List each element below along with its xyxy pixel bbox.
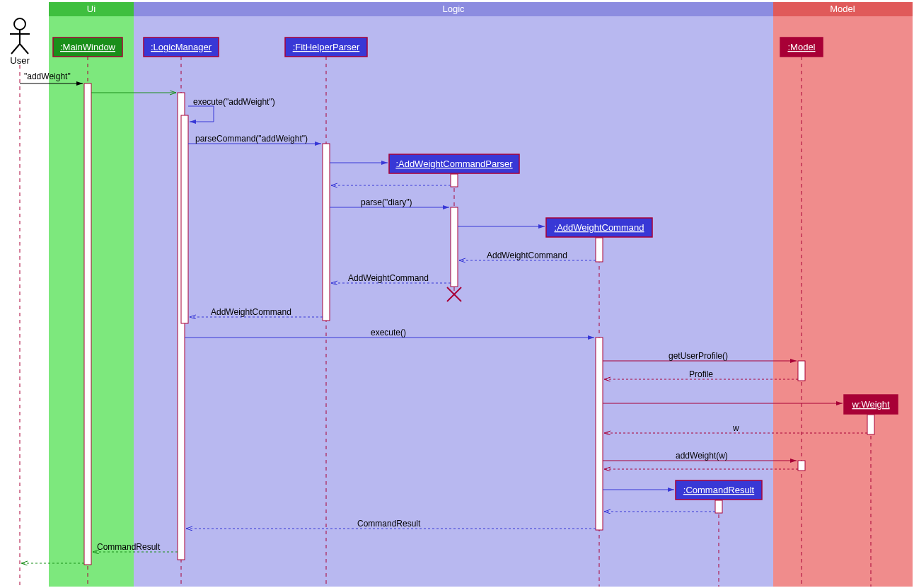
msg-return-command-label: AddWeightCommand [487,250,567,260]
msg-result-to-ui-label: CommandResult [97,542,161,552]
svg-point-6 [14,18,25,30]
region-logic-label: Logic [442,4,465,14]
msg-parsecommand-label: parseCommand("addWeight") [195,134,308,144]
activation-mainwindow [84,83,91,565]
actor-label: User [10,55,30,66]
activation-weight [867,415,874,434]
svg-line-10 [20,44,28,54]
activation-parser-create [451,174,458,187]
region-ui-label: Ui [87,4,96,14]
activation-command-exec [596,338,603,530]
svg-text::CommandResult: :CommandResult [683,485,755,495]
msg-addweight-call-label: addWeight(w) [676,451,728,461]
participant-commandresult: :CommandResult [676,480,762,500]
msg-execute-label: execute("addWeight") [193,97,275,107]
msg-profile-return-label: Profile [689,369,713,379]
msg-return-to-parser-label: AddWeightCommand [348,273,429,283]
participant-fithelperparser: :FitHelperParser [285,38,367,57]
participant-mainwindow: :MainWindow [53,38,122,57]
activation-model-add [798,461,805,471]
activation-result [715,500,722,513]
activation-command-create [596,238,603,262]
svg-text::Model: :Model [787,42,815,52]
svg-text::AddWeightCommandParser: :AddWeightCommandParser [395,158,513,169]
msg-getuserprofile-label: getUserProfile() [669,351,728,361]
activation-model-profile [798,361,805,381]
participant-weight: w:Weight [844,395,898,414]
activation-parser-parse [451,207,458,287]
actor-user: User [10,18,30,66]
activation-logicmanager-2 [181,115,188,323]
msg-w-return-label: w [732,423,739,433]
msg-return-to-logic-label: AddWeightCommand [211,307,291,317]
svg-rect-5 [773,16,913,587]
participant-logicmanager: :LogicManager [144,38,219,57]
svg-text:w:Weight: w:Weight [851,399,890,410]
svg-text::AddWeightCommand: :AddWeightCommand [555,222,644,233]
activation-fithelperparser [323,144,330,321]
region-model-label: Model [830,4,855,14]
msg-execute-command-label: execute() [371,328,406,338]
svg-text::MainWindow: :MainWindow [60,42,116,52]
region-model: Model [773,2,913,587]
svg-text::FitHelperParser: :FitHelperParser [293,42,360,52]
msg-result-to-logic-label: CommandResult [357,519,421,529]
msg-parse-label: parse("diary") [361,197,412,207]
participant-model: :Model [780,38,823,57]
svg-text::LogicManager: :LogicManager [151,42,212,52]
participant-addweightcommand: :AddWeightCommand [546,218,652,237]
svg-line-9 [11,44,20,54]
participant-addweightcommandparser: :AddWeightCommandParser [389,154,519,173]
msg-addweight-label: "addWeight" [24,71,71,81]
